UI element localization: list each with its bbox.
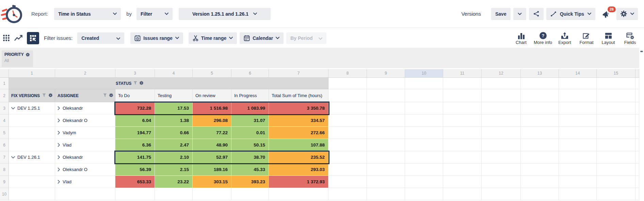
grid-cell[interactable] — [405, 164, 443, 176]
expand-chevron-right-icon[interactable] — [58, 131, 60, 135]
row-header-7[interactable]: 7 — [0, 151, 9, 164]
grid-cell[interactable] — [597, 164, 635, 176]
value-cell[interactable]: 6.36 — [115, 139, 155, 151]
grid-cell[interactable] — [9, 188, 55, 200]
apps-grid-icon[interactable] — [3, 34, 10, 42]
grid-cell[interactable] — [482, 151, 521, 164]
grid-cell[interactable] — [367, 127, 405, 139]
value-cell[interactable]: 50.15 — [231, 139, 269, 151]
grid-cell[interactable] — [328, 114, 367, 127]
grid-cell[interactable] — [482, 139, 521, 151]
value-cell[interactable]: 31.07 — [231, 114, 269, 127]
fix-version-cell[interactable] — [9, 176, 55, 188]
row-header-10[interactable]: 10 — [0, 188, 9, 200]
value-cell[interactable]: 6.04 — [115, 114, 155, 127]
grid-cell[interactable] — [559, 78, 597, 89]
grid-cell[interactable] — [521, 176, 559, 188]
grid-cell[interactable] — [443, 78, 482, 89]
row-header-5[interactable]: 5 — [0, 127, 9, 139]
filter-icon[interactable] — [133, 81, 137, 86]
assignee-cell[interactable]: Oleksandr — [55, 102, 115, 114]
column-header-3[interactable]: 3 — [115, 69, 155, 78]
value-cell[interactable]: 3 350.78 — [269, 102, 328, 114]
grid-cell[interactable] — [328, 127, 367, 139]
column-header-1[interactable]: 1 — [9, 69, 55, 78]
export-action-button[interactable]: Export — [555, 31, 575, 45]
grid-cell[interactable] — [482, 78, 521, 89]
column-header-14[interactable]: 14 — [559, 69, 597, 78]
value-cell[interactable]: 296.08 — [193, 114, 231, 127]
time-range-dropdown[interactable]: Time range — [189, 32, 237, 44]
assignee-cell[interactable]: Oleksandr — [55, 151, 115, 164]
issues-range-dropdown[interactable]: Issues range — [130, 32, 183, 44]
assignee-cell[interactable]: Vlad — [55, 139, 115, 151]
grid-cell[interactable] — [328, 176, 367, 188]
row-header-1[interactable]: 1 — [0, 78, 9, 89]
status-column-header[interactable]: Total Sum of Time (hours) — [269, 89, 328, 102]
grid-cell[interactable] — [635, 164, 639, 176]
grid-cell[interactable] — [559, 151, 597, 164]
grid-cell[interactable] — [482, 188, 521, 200]
value-cell[interactable]: 107.88 — [269, 139, 328, 151]
value-cell[interactable]: 48.90 — [193, 139, 231, 151]
grid-cell[interactable] — [193, 188, 231, 200]
grid-cell[interactable] — [443, 151, 482, 164]
value-cell[interactable]: 2.15 — [155, 164, 193, 176]
column-header-8[interactable]: 8 — [328, 69, 367, 78]
grid-cell[interactable] — [559, 114, 597, 127]
fix-version-cell[interactable]: DEV 1.26.1 — [9, 151, 55, 164]
grid-cell[interactable] — [635, 188, 639, 200]
fields-action-button[interactable]: Fields — [620, 31, 640, 45]
column-header-12[interactable]: 12 — [482, 69, 521, 78]
fix-version-cell[interactable] — [9, 114, 55, 127]
gear-icon[interactable] — [26, 52, 30, 57]
grid-cell[interactable] — [328, 78, 367, 89]
row-header-4[interactable]: 4 — [0, 114, 9, 127]
row-header-9[interactable]: 9 — [0, 176, 9, 188]
grid-cell[interactable] — [597, 151, 635, 164]
grid-cell[interactable] — [521, 102, 559, 114]
grid-cell[interactable] — [405, 114, 443, 127]
fix-version-cell[interactable] — [9, 139, 55, 151]
share-button[interactable] — [529, 8, 544, 20]
grid-cell[interactable] — [482, 102, 521, 114]
column-header-10[interactable]: 10 — [405, 69, 443, 78]
created-dropdown[interactable]: Created — [77, 32, 124, 44]
grid-cell[interactable] — [559, 139, 597, 151]
grid-cell[interactable] — [482, 114, 521, 127]
grid-cell[interactable] — [328, 89, 367, 102]
assignee-cell[interactable]: Vadym — [55, 127, 115, 139]
value-cell[interactable]: 303.15 — [193, 176, 231, 188]
grid-cell[interactable] — [521, 139, 559, 151]
value-cell[interactable]: 141.75 — [115, 151, 155, 164]
filter-icon[interactable] — [103, 93, 107, 98]
value-cell[interactable]: 1.38 — [155, 114, 193, 127]
scrollbar-thumb[interactable] — [640, 51, 643, 52]
grid-cell[interactable] — [231, 188, 269, 200]
fix-versions-header[interactable]: FIX VERSIONS — [9, 89, 55, 102]
grid-cell[interactable] — [443, 114, 482, 127]
column-header-4[interactable]: 4 — [155, 69, 193, 78]
fix-version-cell[interactable] — [9, 164, 55, 176]
column-header-15[interactable]: 15 — [597, 69, 635, 78]
grid-cell[interactable] — [367, 151, 405, 164]
column-header-7[interactable]: 7 — [269, 69, 328, 78]
grid-cell[interactable] — [521, 78, 559, 89]
report-type-dropdown[interactable]: Time in Status — [54, 8, 121, 20]
status-column-header[interactable]: Testing — [155, 89, 193, 102]
filter-dropdown[interactable]: Filter — [136, 8, 173, 20]
grid-cell[interactable] — [405, 151, 443, 164]
grid-cell[interactable] — [443, 164, 482, 176]
quick-tips-button[interactable]: Quick Tips — [546, 8, 595, 20]
expand-chevron-right-icon[interactable] — [58, 168, 60, 171]
row-header-8[interactable]: 8 — [0, 164, 9, 176]
value-cell[interactable]: 194.77 — [115, 127, 155, 139]
grid-cell[interactable] — [597, 127, 635, 139]
grid-cell[interactable] — [559, 102, 597, 114]
assignee-cell[interactable]: Oleksandr O — [55, 164, 115, 176]
more-info-action-button[interactable]: ?More info — [533, 31, 553, 45]
save-options-button[interactable] — [513, 8, 526, 20]
grid-cell[interactable] — [597, 102, 635, 114]
save-button[interactable]: Save — [491, 8, 511, 20]
grid-cell[interactable] — [443, 89, 482, 102]
